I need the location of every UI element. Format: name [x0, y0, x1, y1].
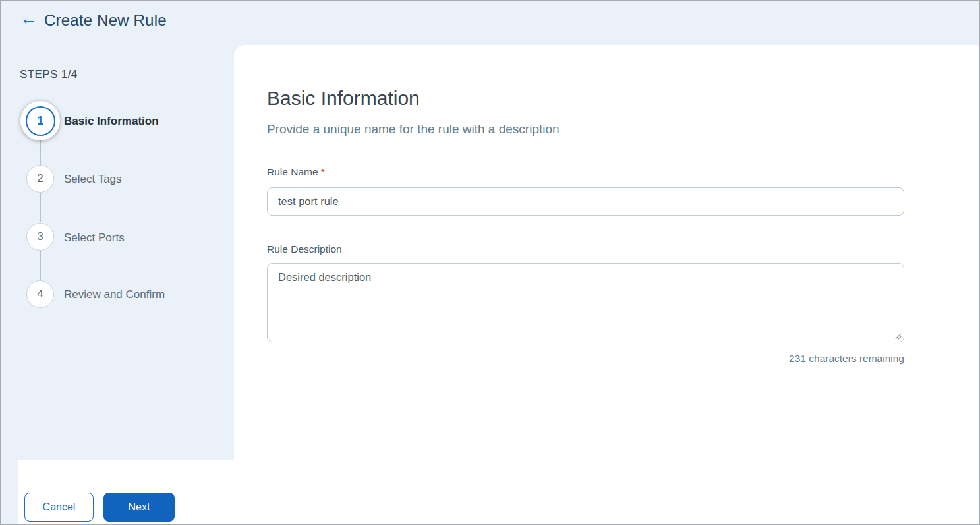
page-title: Create New Rule	[44, 11, 167, 30]
textarea-resize-handle-icon[interactable]	[894, 332, 902, 340]
step-1-label[interactable]: Basic Information	[64, 115, 159, 128]
characters-remaining-text: 231 characters remaining	[789, 353, 904, 365]
section-heading: Basic Information	[267, 87, 420, 109]
create-rule-window: ← Create New Rule STEPS 1/4 1 Basic Info…	[0, 0, 980, 525]
section-subheading: Provide a unique name for the rule with …	[267, 122, 560, 137]
next-button[interactable]: Next	[103, 493, 175, 522]
rule-name-label: Rule Name *	[267, 166, 325, 178]
step-3-indicator[interactable]: 3	[26, 223, 54, 251]
footer-bar: Cancel Next	[18, 460, 979, 524]
step-connector	[40, 193, 41, 222]
step-2-label[interactable]: Select Tags	[64, 173, 122, 186]
step-1-number: 1	[26, 106, 55, 136]
rule-description-textarea[interactable]: Desired description	[267, 263, 904, 342]
step-connector	[40, 251, 41, 280]
footer-divider	[18, 466, 979, 466]
step-3-label[interactable]: Select Ports	[64, 232, 125, 245]
cancel-button[interactable]: Cancel	[24, 493, 94, 522]
rule-description-field: Desired description	[267, 263, 904, 342]
step-4-label[interactable]: Review and Confirm	[64, 288, 165, 301]
rule-description-label: Rule Description	[267, 243, 342, 255]
rule-name-label-text: Rule Name	[267, 166, 318, 177]
step-2-indicator[interactable]: 2	[26, 165, 54, 193]
step-1-indicator[interactable]: 1	[20, 101, 60, 140]
step-connector	[40, 140, 41, 165]
back-arrow-icon[interactable]: ←	[20, 8, 38, 29]
required-asterisk: *	[321, 166, 325, 177]
rule-name-input[interactable]	[267, 187, 904, 216]
step-4-indicator[interactable]: 4	[26, 280, 54, 308]
header: ← Create New Rule	[1, 1, 979, 41]
steps-progress-label: STEPS 1/4	[20, 68, 78, 81]
